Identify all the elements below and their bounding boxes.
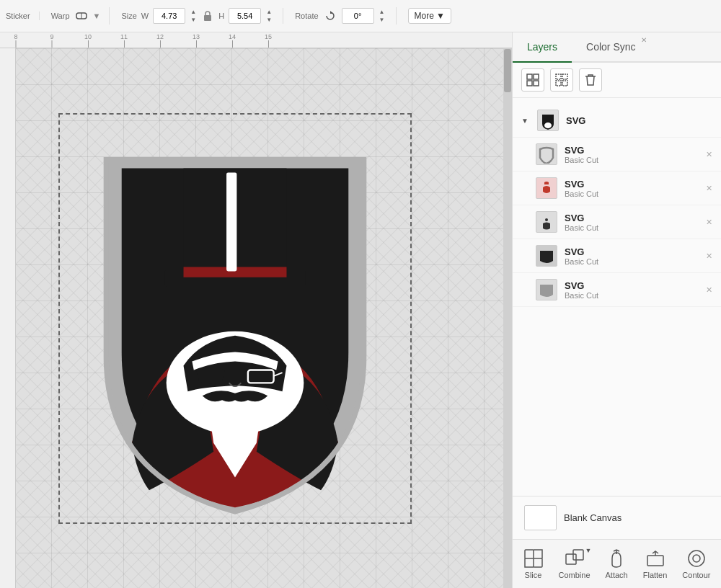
layer-child-4-info: SVG Basic Cut (565, 246, 699, 266)
rotate-up-icon[interactable]: ▲ (377, 9, 387, 16)
svg-rect-16 (562, 81, 567, 86)
width-input[interactable] (153, 8, 185, 24)
layer-parent-svg[interactable]: ▼ SVG (513, 104, 721, 138)
layer-child-5-name: SVG (565, 280, 699, 291)
warp-button[interactable] (73, 7, 90, 24)
flatten-tool[interactable]: Flatten (637, 545, 673, 582)
layer-child-5-delete[interactable]: ✕ (706, 285, 712, 295)
layer-parent-info: SVG (566, 115, 712, 126)
layer-child-2[interactable]: SVG Basic Cut ✕ (513, 172, 721, 205)
size-group: Size W ▲ ▼ H ▲ ▼ (121, 8, 283, 24)
width-stepper[interactable]: ▲ ▼ (188, 9, 198, 24)
attach-icon (606, 548, 627, 569)
layer-child-3-thumb (536, 211, 557, 233)
layer-child-2-delete[interactable]: ✕ (706, 184, 712, 193)
height-stepper[interactable]: ▲ ▼ (264, 9, 274, 24)
layer-child-3-delete[interactable]: ✕ (706, 218, 712, 227)
svg-rect-12 (534, 81, 539, 86)
svg-rect-8 (226, 172, 236, 271)
delete-button[interactable] (579, 68, 602, 92)
ruler-tick-10: 10 (84, 33, 92, 48)
layer-child-2-type: Basic Cut (565, 190, 699, 198)
vertical-scrollbar[interactable] (503, 48, 512, 588)
svg-rect-10 (534, 74, 539, 79)
group-icon (526, 74, 539, 86)
sticker-group: Sticker (6, 12, 40, 20)
attach-tool[interactable]: Attach (600, 545, 634, 582)
layer-child-3[interactable]: SVG Basic Cut ✕ (513, 205, 721, 239)
layer-child-1-svg (537, 145, 556, 164)
ruler-h-container: 8 9 10 11 12 13 14 15 (0, 32, 512, 48)
logo-container[interactable] (62, 117, 408, 520)
contour-icon (686, 548, 707, 569)
ruler-tick-13: 13 (193, 33, 200, 48)
height-label: H (218, 12, 224, 20)
svg-rect-11 (527, 81, 532, 86)
contour-tool[interactable]: Contour (676, 545, 716, 582)
slice-icon (523, 548, 544, 569)
layer-parent-thumb-svg (539, 111, 557, 130)
rotate-stepper[interactable]: ▲ ▼ (377, 9, 387, 24)
layer-child-5-info: SVG Basic Cut (565, 280, 699, 300)
svg-point-29 (689, 551, 704, 566)
layer-child-1-thumb (536, 143, 557, 165)
combine-label: Combine (559, 571, 590, 579)
layer-child-4-delete[interactable]: ✕ (706, 251, 712, 261)
slice-label: Slice (525, 571, 542, 579)
rotate-button[interactable] (322, 7, 339, 24)
contour-label: Contour (682, 571, 710, 579)
layer-child-1[interactable]: SVG Basic Cut ✕ (513, 138, 721, 172)
svg-rect-23 (566, 554, 576, 564)
color-sync-close-icon[interactable]: ✕ (641, 36, 647, 44)
layer-expand-icon[interactable]: ▼ (521, 117, 530, 125)
ungroup-icon (555, 74, 568, 86)
layer-child-2-info: SVG Basic Cut (565, 179, 699, 198)
blank-canvas-item[interactable]: Blank Canvas (513, 496, 721, 539)
svg-rect-14 (562, 74, 567, 79)
layer-child-4[interactable]: SVG Basic Cut ✕ (513, 239, 721, 273)
sticker-label: Sticker (6, 12, 30, 20)
tab-color-sync[interactable]: Color Sync ✕ (572, 32, 650, 61)
layer-child-4-name: SVG (565, 246, 699, 257)
canvas[interactable] (16, 48, 503, 588)
layer-child-5-type: Basic Cut (565, 291, 699, 300)
height-input[interactable] (229, 8, 261, 24)
main-area: 8 9 10 11 12 13 14 15 (0, 32, 721, 588)
top-toolbar: Sticker Warp ▼ Size W ▲ ▼ H ▲ ▼ Rotate (0, 0, 721, 32)
tab-layers-label: Layers (527, 41, 557, 53)
warp-group: Warp ▼ (51, 7, 110, 24)
width-up-icon[interactable]: ▲ (188, 9, 198, 16)
layer-child-3-svg (537, 213, 556, 231)
canvas-area[interactable]: 8 9 10 11 12 13 14 15 (0, 32, 512, 588)
scrollbar-thumb[interactable] (504, 49, 511, 92)
rotate-input[interactable] (342, 8, 374, 24)
ruler-left (0, 48, 16, 588)
svg-point-20 (545, 218, 548, 221)
delete-icon (585, 74, 596, 86)
layer-child-5[interactable]: SVG Basic Cut ✕ (513, 273, 721, 307)
height-down-icon[interactable]: ▼ (264, 17, 274, 24)
tab-layers[interactable]: Layers (513, 32, 572, 61)
width-down-icon[interactable]: ▼ (188, 17, 198, 24)
layer-parent-thumb (537, 110, 559, 131)
svg-rect-13 (556, 74, 561, 79)
rotate-down-icon[interactable]: ▼ (377, 17, 387, 24)
layer-child-1-delete[interactable]: ✕ (706, 150, 712, 159)
slice-tool[interactable]: Slice (518, 545, 549, 582)
warp-label: Warp (51, 12, 70, 20)
layer-child-2-name: SVG (565, 179, 699, 190)
flatten-icon (645, 548, 665, 569)
group-button[interactable] (521, 68, 544, 92)
layers-list[interactable]: ▼ SVG (513, 98, 721, 496)
width-label: W (141, 12, 149, 20)
height-up-icon[interactable]: ▲ (264, 9, 274, 16)
right-panel: Layers Color Sync ✕ (512, 32, 721, 588)
svg-rect-24 (573, 550, 583, 560)
panel-toolbar (513, 63, 721, 98)
combine-tool[interactable]: ▼ Combine (553, 545, 596, 582)
rotate-group: Rotate ▲ ▼ (295, 7, 396, 24)
more-chevron: ▼ (436, 11, 445, 21)
ungroup-button[interactable] (550, 68, 573, 92)
svg-point-30 (693, 555, 700, 562)
more-button[interactable]: More ▼ (408, 8, 451, 24)
